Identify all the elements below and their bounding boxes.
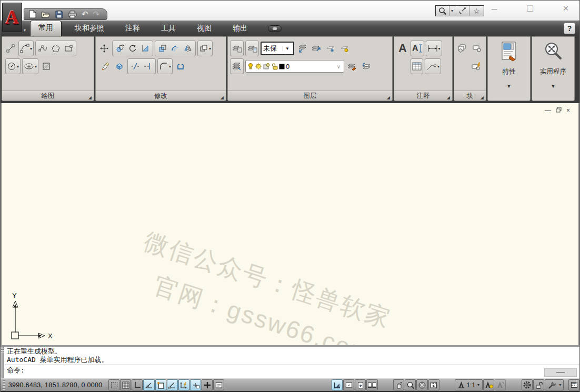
status-menu-button[interactable]: ▾ — [545, 379, 564, 390]
insert-block-button[interactable] — [456, 41, 469, 56]
polyline-button[interactable] — [37, 41, 49, 56]
annotation-visibility-button[interactable] — [483, 379, 494, 390]
fillet-split-button[interactable]: ▾ — [157, 58, 173, 74]
layer-color-swatch[interactable] — [279, 64, 285, 69]
grid-toggle[interactable] — [120, 379, 131, 390]
layer-state-caret-icon[interactable]: ▼ — [283, 46, 292, 51]
layer-combo[interactable]: 0 ∨ — [245, 60, 344, 73]
copy-button[interactable] — [114, 41, 126, 56]
annotation-scale-button[interactable]: 1:1 ▾ — [455, 379, 483, 390]
scale-button[interactable] — [156, 41, 169, 56]
move-button[interactable] — [98, 41, 111, 56]
object-snap-toggle[interactable] — [155, 379, 166, 390]
favorites-star-button[interactable]: ☆ — [469, 6, 484, 16]
app-menu-button[interactable]: A — [2, 3, 22, 32]
toolbar-lock-button[interactable] — [533, 379, 544, 390]
line-button[interactable] — [4, 41, 17, 56]
tab-annotate[interactable]: 注释 — [117, 21, 148, 36]
layer-thaw-sun-icon[interactable] — [255, 63, 262, 70]
drawing-minimize-button[interactable]: — — [545, 107, 551, 114]
undo-button[interactable]: ↶ — [82, 11, 88, 18]
explode-button[interactable] — [113, 59, 126, 74]
rotate-button[interactable] — [126, 41, 139, 56]
trim-button[interactable] — [129, 59, 142, 74]
quick-properties-toggle[interactable] — [213, 379, 224, 390]
layer-unlock-icon[interactable] — [272, 63, 278, 70]
dynamic-ucs-toggle[interactable] — [178, 379, 189, 390]
minimize-ribbon-button[interactable] — [268, 25, 282, 32]
panel-layers-expand-icon[interactable]: ◢ — [387, 95, 390, 100]
search-caret-icon[interactable]: ▾ — [449, 6, 455, 16]
arc-split-button[interactable]: ▾ — [18, 41, 34, 56]
steering-wheel-button[interactable] — [416, 379, 427, 390]
search-button[interactable] — [436, 6, 449, 16]
ortho-toggle[interactable] — [132, 379, 143, 390]
model-button[interactable] — [332, 379, 343, 390]
window-close-button[interactable]: × — [559, 3, 572, 14]
hatch-button[interactable] — [40, 59, 53, 74]
create-block-button[interactable] — [471, 41, 483, 56]
new-file-button[interactable] — [28, 10, 36, 18]
ellipse-split-button[interactable]: ▾ — [22, 58, 38, 74]
match-layer-button[interactable] — [346, 59, 358, 74]
layer-previous-button[interactable] — [360, 59, 373, 74]
layer-on-bulb-icon[interactable] — [247, 63, 254, 70]
layer-isolate-button[interactable] — [296, 41, 308, 56]
window-minimize-button[interactable]: – — [488, 3, 501, 14]
command-window-grip[interactable] — [1, 347, 4, 378]
panel-properties[interactable]: 特性 ▼ — [487, 36, 531, 101]
save-button[interactable] — [55, 11, 63, 18]
tab-output[interactable]: 输出 — [225, 21, 255, 36]
drawing-canvas[interactable]: — × 微信公众号：怪兽软家 官网：gssw66.com Y X — [1, 103, 579, 345]
panel-modify-label-bar[interactable]: 修改 ◢ — [96, 91, 226, 100]
circle-split-button[interactable]: ▾ — [5, 58, 21, 74]
showmotion-button[interactable] — [428, 379, 439, 390]
quick-view-drawings-button[interactable] — [366, 379, 377, 390]
layer-freeze-button[interactable] — [324, 41, 337, 56]
panel-utilities-caret-icon[interactable]: ▼ — [551, 84, 556, 89]
window-maximize-button[interactable]: □ — [524, 3, 536, 14]
pan-button[interactable] — [393, 379, 404, 390]
quick-view-layouts-button[interactable] — [355, 379, 366, 390]
array-split-button[interactable]: ▾ — [197, 41, 213, 56]
panel-layers-label-bar[interactable]: 图层 ◢ — [228, 91, 392, 100]
extend-button[interactable] — [142, 59, 154, 74]
mirror-button[interactable] — [182, 41, 194, 56]
layer-state-combo[interactable]: 未保 ▼ — [261, 42, 294, 55]
communication-center-button[interactable] — [455, 6, 469, 16]
panel-utilities[interactable]: 实用程序 ▼ — [532, 36, 575, 101]
layer-unisolate-button[interactable] — [310, 41, 323, 56]
join-button[interactable] — [174, 59, 187, 74]
annotation-autoscale-button[interactable] — [495, 379, 506, 390]
panel-annotation-expand-icon[interactable]: ◢ — [447, 95, 450, 100]
panel-properties-caret-icon[interactable]: ▼ — [507, 84, 512, 89]
erase-button[interactable] — [99, 59, 112, 74]
panel-draw-label-bar[interactable]: 绘图 ◢ — [2, 91, 94, 100]
layer-vp-freeze-icon[interactable] — [263, 63, 271, 70]
panel-annotation-label-bar[interactable]: 注释 ◢ — [394, 91, 452, 100]
polar-tracking-toggle[interactable] — [143, 379, 154, 390]
panel-block-expand-icon[interactable]: ◢ — [481, 95, 484, 100]
panel-draw-expand-icon[interactable]: ◢ — [88, 95, 92, 100]
offset-button[interactable] — [169, 41, 182, 56]
statusbar-resize-grip[interactable] — [571, 379, 578, 389]
leader-split-button[interactable]: ▾ — [425, 58, 441, 74]
panel-modify-expand-icon[interactable]: ◢ — [221, 95, 224, 100]
tab-view[interactable]: 视图 — [189, 21, 219, 36]
command-prompt[interactable]: 命令: — [7, 366, 579, 375]
stretch-button[interactable] — [139, 41, 152, 56]
print-button[interactable] — [68, 11, 77, 18]
app-menu-caret-icon[interactable]: ▾ — [24, 28, 26, 33]
command-window[interactable]: 正在重生成模型。 AutoCAD 菜单实用程序已加载。 命令: — [1, 345, 579, 378]
layout-button[interactable] — [343, 379, 354, 390]
layer-properties-button[interactable] — [230, 41, 244, 56]
drawing-restore-button[interactable] — [556, 107, 562, 114]
help-button[interactable]: ? — [564, 23, 575, 34]
dynamic-input-toggle[interactable] — [190, 379, 201, 390]
tab-home[interactable]: 常用 — [30, 21, 62, 36]
zoom-button[interactable] — [405, 379, 416, 390]
tab-tools[interactable]: 工具 — [153, 21, 184, 36]
layer-manager-button[interactable] — [230, 58, 244, 74]
lineweight-toggle[interactable] — [202, 379, 213, 390]
panel-block-label-bar[interactable]: 块 ◢ — [454, 91, 486, 100]
